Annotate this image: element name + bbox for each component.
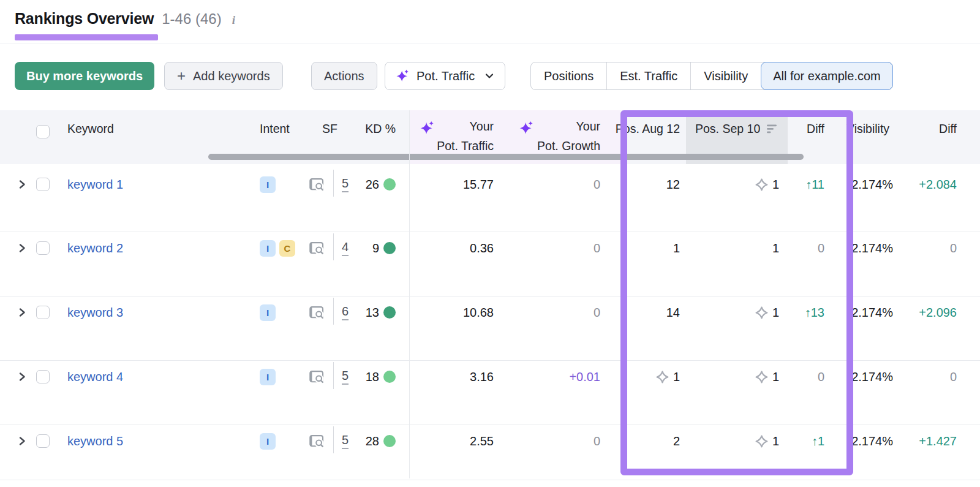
ai-position-icon bbox=[755, 434, 769, 448]
visibility-value: 2.174% bbox=[851, 237, 893, 259]
divider bbox=[333, 362, 334, 389]
column-header-sf[interactable]: SF bbox=[322, 121, 337, 137]
column-header-keyword[interactable]: Keyword bbox=[67, 121, 114, 137]
serp-features-count[interactable]: 4 bbox=[342, 240, 349, 256]
expand-row-icon[interactable] bbox=[15, 301, 29, 323]
intent-badges: I bbox=[260, 366, 276, 388]
position-diff: 0 bbox=[818, 237, 824, 259]
row-checkbox[interactable] bbox=[36, 178, 50, 191]
pot-traffic-value: 10.68 bbox=[463, 301, 494, 323]
column-header-diff[interactable]: Diff bbox=[807, 121, 824, 137]
expand-row-icon[interactable] bbox=[15, 173, 29, 195]
pot-growth-value: 0 bbox=[594, 301, 600, 323]
serp-features-count[interactable]: 5 bbox=[342, 433, 349, 449]
pos-sep-value: 1 bbox=[772, 241, 779, 255]
tab-est-traffic[interactable]: Est. Traffic bbox=[606, 62, 690, 89]
table-row: keyword 1 I 5 26 15.77 0 12 1 ↑11 2.174%… bbox=[0, 164, 980, 232]
tab-positions[interactable]: Positions bbox=[531, 62, 606, 89]
kd-level-dot bbox=[383, 178, 396, 191]
pos-sep-value: 1 bbox=[772, 306, 779, 320]
sort-descending-icon bbox=[766, 124, 778, 134]
serp-features-count[interactable]: 5 bbox=[342, 369, 349, 385]
tab-all-for-domain[interactable]: All for example.com bbox=[761, 62, 893, 90]
select-all-checkbox[interactable] bbox=[36, 125, 50, 138]
keyword-link[interactable]: keyword 5 bbox=[67, 434, 123, 448]
visibility-value: 2.174% bbox=[851, 301, 893, 323]
pos-aug-value: 2 bbox=[673, 434, 680, 448]
kd-value: 18 bbox=[366, 370, 379, 384]
pos-aug-value: 14 bbox=[666, 306, 680, 320]
add-keywords-button[interactable]: + Add keywords bbox=[164, 62, 283, 90]
metric-dropdown[interactable]: Pot. Traffic bbox=[385, 62, 505, 90]
kd-level-dot bbox=[383, 435, 396, 447]
row-checkbox[interactable] bbox=[36, 241, 50, 255]
actions-button[interactable]: Actions bbox=[311, 62, 377, 90]
kd-level-dot bbox=[383, 242, 396, 254]
ai-position-icon bbox=[755, 306, 769, 320]
page-title: Rankings Overview bbox=[15, 10, 154, 28]
column-header-intent[interactable]: Intent bbox=[260, 121, 290, 137]
serp-features-icon[interactable] bbox=[309, 369, 325, 385]
pos-sep-value: 1 bbox=[772, 178, 779, 192]
sparkle-icon bbox=[395, 69, 410, 83]
pot-growth-value: 0 bbox=[594, 430, 600, 452]
column-header-pos-aug-12[interactable]: Pos. Aug 12 bbox=[616, 121, 680, 137]
intent-badges: I bbox=[260, 301, 276, 323]
ai-position-icon bbox=[755, 178, 769, 192]
row-checkbox[interactable] bbox=[36, 306, 50, 319]
serp-features-icon[interactable] bbox=[309, 241, 325, 256]
ai-position-icon bbox=[755, 370, 769, 384]
table-row: keyword 2 IC 4 9 0.36 0 1 1 0 2.174% 0 bbox=[0, 232, 980, 296]
divider bbox=[333, 298, 334, 325]
visibility-diff: 0 bbox=[950, 237, 957, 259]
serp-features-icon[interactable] bbox=[309, 177, 325, 192]
title-highlight-underline bbox=[15, 34, 158, 40]
intent-informational-badge: I bbox=[260, 176, 276, 193]
column-header-pot-traffic[interactable]: Your Pot. Traffic bbox=[437, 116, 494, 156]
keyword-link[interactable]: keyword 2 bbox=[67, 241, 123, 255]
pot-growth-value: +0.01 bbox=[569, 366, 600, 388]
pos-aug-value: 12 bbox=[666, 178, 680, 192]
column-header-pot-growth[interactable]: Your Pot. Growth bbox=[537, 116, 600, 156]
view-tabs: Positions Est. Traffic Visibility All fo… bbox=[530, 62, 893, 90]
row-checkbox[interactable] bbox=[36, 434, 50, 448]
chevron-down-icon bbox=[484, 70, 495, 81]
kd-value: 26 bbox=[366, 178, 379, 192]
sparkle-icon bbox=[518, 120, 534, 136]
intent-informational-badge: I bbox=[260, 304, 276, 321]
pot-traffic-value: 15.77 bbox=[463, 173, 494, 195]
column-group-divider bbox=[409, 110, 410, 478]
expand-row-icon[interactable] bbox=[15, 366, 29, 388]
intent-badges: IC bbox=[260, 237, 295, 259]
serp-features-count[interactable]: 5 bbox=[342, 176, 349, 192]
horizontal-scrollbar[interactable] bbox=[208, 154, 804, 160]
visibility-value: 2.174% bbox=[851, 430, 893, 452]
serp-features-icon[interactable] bbox=[309, 305, 325, 320]
pos-aug-value: 1 bbox=[673, 241, 680, 255]
table-header: Keyword Intent SF KD % Your Pot. Traffic… bbox=[0, 110, 980, 164]
column-header-kd[interactable]: KD % bbox=[365, 121, 396, 137]
pot-growth-value: 0 bbox=[594, 237, 600, 259]
buy-more-keywords-button[interactable]: Buy more keywords bbox=[15, 62, 154, 90]
column-header-visibility[interactable]: Visibility bbox=[846, 121, 889, 137]
result-range: 1-46 (46) bbox=[162, 10, 221, 28]
tab-visibility[interactable]: Visibility bbox=[690, 62, 761, 89]
column-header-visibility-diff[interactable]: Diff bbox=[939, 121, 957, 137]
expand-row-icon[interactable] bbox=[15, 237, 29, 259]
info-icon[interactable]: i bbox=[230, 13, 235, 27]
visibility-value: 2.174% bbox=[851, 173, 893, 195]
position-diff: ↑11 bbox=[805, 173, 824, 195]
keyword-link[interactable]: keyword 4 bbox=[67, 370, 123, 384]
keyword-link[interactable]: keyword 1 bbox=[67, 178, 123, 192]
divider bbox=[333, 170, 334, 197]
divider bbox=[333, 426, 334, 453]
keyword-link[interactable]: keyword 3 bbox=[67, 306, 123, 320]
table-row: keyword 3 I 6 13 10.68 0 14 1 ↑13 2.174%… bbox=[0, 296, 980, 361]
serp-features-count[interactable]: 6 bbox=[342, 304, 349, 320]
plus-icon: + bbox=[177, 69, 186, 83]
visibility-diff: +2.084 bbox=[919, 173, 957, 195]
row-checkbox[interactable] bbox=[36, 370, 50, 383]
serp-features-icon[interactable] bbox=[309, 434, 325, 449]
column-header-pos-sep-10[interactable]: Pos. Sep 10 bbox=[695, 121, 778, 137]
expand-row-icon[interactable] bbox=[15, 430, 29, 452]
